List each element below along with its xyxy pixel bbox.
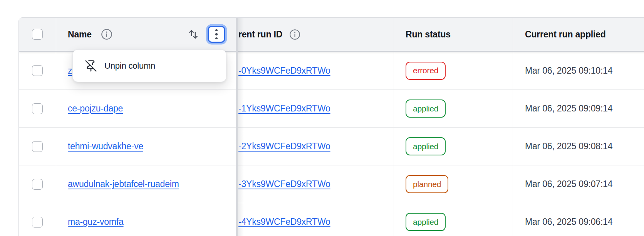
table-row: awudulnak-jebtafcel-ruadeim -3Yks9WCFeD9… bbox=[19, 165, 644, 203]
row-checkbox[interactable] bbox=[32, 217, 43, 228]
name-link[interactable]: ce-pojzu-dape bbox=[68, 103, 123, 114]
sort-arrows-icon[interactable] bbox=[188, 28, 199, 40]
menu-item-unpin-column[interactable]: Unpin column bbox=[73, 50, 226, 82]
column-menu-dropdown: Unpin column bbox=[72, 49, 226, 82]
status-badge: applied bbox=[406, 213, 446, 231]
name-link[interactable]: awudulnak-jebtafcel-ruadeim bbox=[68, 179, 179, 189]
name-link[interactable]: tehmi-wudvakhe-ve bbox=[68, 141, 143, 152]
current-run-applied-header-cell: Current run applied bbox=[513, 18, 644, 51]
run-applied-timestamp: Mar 06, 2025 09:09:14 bbox=[525, 103, 612, 114]
run-status-header-cell: Run status bbox=[394, 18, 513, 51]
name-link[interactable]: ma-guz-vomfa bbox=[68, 217, 124, 227]
select-all-header-cell bbox=[19, 18, 56, 51]
run-applied-timestamp: Mar 06, 2025 09:08:14 bbox=[525, 141, 612, 152]
run-id-link[interactable]: -4Yks9WCFeD9xRTWo bbox=[238, 217, 330, 227]
table-row: tehmi-wudvakhe-ve -2Yks9WCFeD9xRTWo appl… bbox=[19, 127, 644, 165]
column-header-current-run-id: rent run ID bbox=[238, 29, 282, 40]
column-header-run-status: Run status bbox=[406, 29, 451, 40]
menu-item-label: Unpin column bbox=[104, 61, 155, 71]
column-header-name: Name bbox=[68, 29, 92, 40]
run-id-link[interactable]: -2Yks9WCFeD9xRTWo bbox=[238, 141, 330, 152]
row-checkbox[interactable] bbox=[32, 65, 43, 76]
status-badge: applied bbox=[406, 137, 446, 155]
kebab-menu-icon bbox=[215, 29, 218, 32]
run-id-link[interactable]: -0Yks9WCFeD9xRTWo bbox=[238, 66, 330, 76]
run-id-link[interactable]: -1Yks9WCFeD9xRTWo bbox=[238, 103, 330, 114]
row-checkbox[interactable] bbox=[32, 179, 43, 190]
table-row: ma-guz-vomfa -4Yks9WCFeD9xRTWo applied M… bbox=[19, 203, 644, 236]
pinned-column-shadow bbox=[238, 18, 244, 236]
select-all-checkbox[interactable] bbox=[32, 29, 43, 40]
info-icon[interactable] bbox=[289, 29, 300, 40]
table-row: ce-pojzu-dape -1Yks9WCFeD9xRTWo applied … bbox=[19, 89, 644, 127]
status-badge: planned bbox=[406, 175, 448, 193]
status-badge: errored bbox=[406, 62, 446, 80]
row-checkbox[interactable] bbox=[32, 103, 43, 114]
column-header-current-run-applied: Current run applied bbox=[525, 29, 606, 40]
current-run-id-header-cell: rent run ID bbox=[236, 18, 394, 51]
column-menu-button[interactable] bbox=[208, 26, 225, 43]
run-applied-timestamp: Mar 06, 2025 09:07:14 bbox=[525, 179, 612, 189]
run-applied-timestamp: Mar 06, 2025 09:06:14 bbox=[525, 217, 612, 227]
name-link[interactable]: z bbox=[68, 66, 72, 76]
pin-off-icon bbox=[85, 60, 97, 72]
page: Name rent run ID bbox=[0, 0, 644, 236]
table-header-row: Name rent run ID bbox=[19, 18, 644, 52]
row-checkbox[interactable] bbox=[32, 141, 43, 152]
run-id-link[interactable]: -3Yks9WCFeD9xRTWo bbox=[238, 179, 330, 189]
run-applied-timestamp: Mar 06, 2025 09:10:14 bbox=[525, 66, 612, 76]
status-badge: applied bbox=[406, 99, 446, 118]
info-icon[interactable] bbox=[101, 29, 112, 40]
name-header-cell: Name bbox=[56, 18, 236, 51]
